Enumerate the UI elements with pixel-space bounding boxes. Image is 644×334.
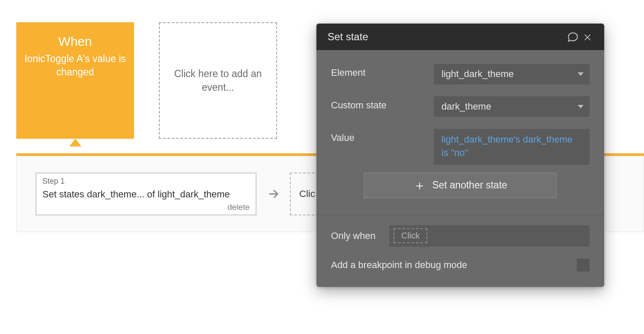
- prop-row-value: Value light_dark_theme's dark_theme is "…: [331, 129, 590, 165]
- step-card[interactable]: Step 1 Set states dark_theme... of light…: [36, 173, 256, 215]
- breakpoint-checkbox[interactable]: [577, 259, 590, 271]
- panel-header: Set state: [316, 24, 604, 50]
- chevron-down-icon: [578, 105, 584, 108]
- only-when-label: Only when: [331, 230, 387, 242]
- plus-icon: ＋: [413, 179, 426, 192]
- set-another-label: Set another state: [432, 179, 507, 191]
- add-action-label: Clic: [299, 188, 315, 200]
- when-event-box[interactable]: When IonicToggle A's value is changed: [16, 22, 134, 139]
- value-label: Value: [331, 129, 434, 143]
- chevron-down-icon: [578, 72, 584, 76]
- only-when-field[interactable]: Click: [389, 225, 590, 247]
- prop-row-breakpoint: Add a breakpoint in debug mode: [331, 259, 590, 281]
- add-event-box[interactable]: Click here to add an event...: [159, 22, 277, 139]
- comment-icon[interactable]: [566, 32, 580, 42]
- value-expression[interactable]: light_dark_theme's dark_theme is "no": [434, 129, 590, 165]
- panel-divider: [316, 215, 604, 215]
- when-title: When: [58, 34, 92, 49]
- custom-state-value: dark_theme: [441, 101, 491, 112]
- only-when-placeholder[interactable]: Click: [394, 228, 427, 243]
- step-text: Set states dark_theme... of light_dark_t…: [42, 189, 250, 200]
- prop-row-custom-state: Custom state dark_theme: [331, 96, 590, 117]
- step-label: Step 1: [42, 177, 250, 186]
- arrow-right-icon: [268, 188, 280, 200]
- custom-state-dropdown[interactable]: dark_theme: [434, 96, 590, 117]
- element-value: light_dark_theme: [441, 69, 514, 80]
- custom-state-label: Custom state: [331, 96, 434, 111]
- close-icon[interactable]: [580, 32, 595, 42]
- step-delete-button[interactable]: delete: [42, 203, 250, 212]
- when-description: IonicToggle A's value is changed: [24, 52, 126, 79]
- element-label: Element: [331, 64, 434, 78]
- prop-row-element: Element light_dark_theme: [331, 64, 590, 84]
- panel-body: Element light_dark_theme Custom state da…: [316, 50, 604, 287]
- add-event-label: Click here to add an event...: [173, 67, 263, 94]
- prop-row-only-when: Only when Click: [331, 225, 590, 247]
- set-another-state-button[interactable]: ＋ Set another state: [364, 173, 557, 198]
- element-dropdown[interactable]: light_dark_theme: [434, 64, 590, 84]
- breakpoint-label: Add a breakpoint in debug mode: [331, 259, 467, 271]
- panel-title: Set state: [328, 31, 566, 43]
- property-panel: Set state Element light_dark_theme Custo…: [316, 24, 604, 287]
